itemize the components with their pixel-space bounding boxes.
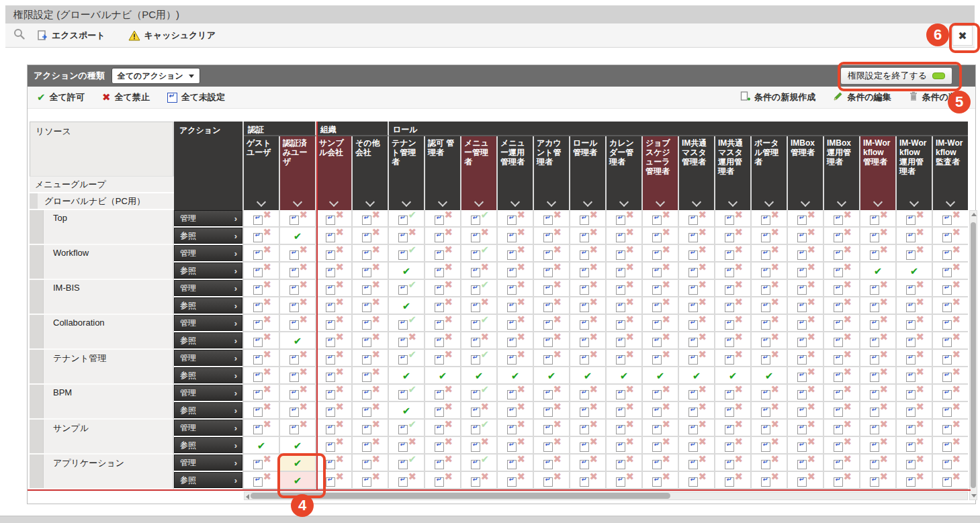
action-row-button[interactable]: 管理› [174,280,242,296]
permission-cell[interactable]: ✖ [679,385,715,402]
permission-cell[interactable]: ✖ [752,280,788,297]
permission-cell[interactable]: ✖ [897,402,933,420]
column-header[interactable]: 認可 管理者 [425,136,461,210]
permission-cell[interactable]: ✖ [824,367,860,385]
permission-cell[interactable]: ✖ [425,315,461,332]
permission-cell[interactable]: ✖ [607,228,643,245]
action-row-button[interactable]: 管理› [174,315,242,331]
permission-cell[interactable]: ✖ [607,263,643,280]
action-row-button[interactable]: 管理› [174,385,242,401]
permission-cell[interactable]: ✖ [570,385,607,402]
permission-cell[interactable]: ✖ [860,420,897,437]
permission-cell[interactable]: ✖ [280,297,316,315]
permission-cell[interactable]: ✖ [425,210,461,228]
permission-cell[interactable]: ✖ [534,245,570,263]
action-row-button[interactable]: 管理› [174,350,242,366]
column-header[interactable]: IM共通マスタ管理者 [679,136,715,210]
column-menu-chevron-icon[interactable] [402,197,411,207]
permission-cell[interactable]: ✖ [860,402,897,420]
permission-cell[interactable]: ✖ [679,263,715,280]
permission-cell[interactable]: ✖ [715,420,752,437]
permission-cell[interactable]: ✖ [679,245,715,263]
permission-cell[interactable]: ✖ [498,402,534,420]
cache-clear-button[interactable]: キャッシュクリア [128,30,216,42]
permission-cell[interactable]: ✖ [353,420,389,437]
permission-cell[interactable]: ✖ [461,437,498,455]
permission-cell[interactable]: ✖ [788,315,824,332]
column-header[interactable]: テナント管理者 [389,136,425,210]
permission-cell[interactable]: ✖ [824,210,860,228]
permission-cell[interactable]: ✖ [316,472,353,489]
vertical-scrollbar[interactable] [969,210,977,500]
permission-cell[interactable]: ✖ [824,350,860,367]
permission-cell[interactable]: ✖ [933,402,968,420]
permission-cell[interactable]: ✖ [498,437,534,455]
permission-cell[interactable]: ✔ [280,472,316,489]
permission-cell[interactable]: ✖ [715,210,752,228]
permission-cell[interactable]: ✖ [824,472,860,489]
permission-cell[interactable]: ✔ [280,437,316,455]
permission-cell[interactable]: ✖ [643,228,679,245]
permission-cell[interactable]: ✖ [715,332,752,350]
action-row-button[interactable]: 参照› [174,367,242,383]
permission-cell[interactable]: ✔ [389,420,425,437]
condition-edit-button[interactable]: 条件の編集 [833,91,891,104]
permission-cell[interactable]: ✖ [860,210,897,228]
permission-cell[interactable]: ✔ [679,367,715,385]
permission-cell[interactable]: ✖ [244,350,280,367]
permission-cell[interactable]: ✖ [897,245,933,263]
permission-cell[interactable]: ✖ [824,297,860,315]
permission-cell[interactable]: ✖ [679,332,715,350]
permission-cell[interactable]: ✖ [353,402,389,420]
permission-cell[interactable]: ✖ [860,385,897,402]
column-header[interactable]: IMBox管理者 [788,136,824,210]
action-row-button[interactable]: 参照› [174,437,242,453]
permission-cell[interactable]: ✔ [461,210,498,228]
permission-cell[interactable]: ✖ [498,228,534,245]
permission-cell[interactable]: ✖ [280,280,316,297]
column-menu-chevron-icon[interactable] [692,197,701,207]
permission-cell[interactable]: ✖ [752,245,788,263]
permission-cell[interactable]: ✖ [897,472,933,489]
permission-cell[interactable]: ✖ [715,315,752,332]
permission-cell[interactable]: ✔ [389,402,425,420]
permission-cell[interactable]: ✖ [534,402,570,420]
action-row-button[interactable]: 参照› [174,332,242,348]
permission-cell[interactable]: ✔ [389,350,425,367]
permission-cell[interactable]: ✖ [280,385,316,402]
permission-cell[interactable]: ✖ [534,263,570,280]
permission-cell[interactable]: ✖ [715,472,752,489]
permission-cell[interactable]: ✖ [643,402,679,420]
permission-cell[interactable]: ✔ [461,385,498,402]
permission-cell[interactable]: ✖ [679,455,715,472]
permission-cell[interactable]: ✖ [933,263,968,280]
permission-cell[interactable]: ✖ [316,245,353,263]
permission-cell[interactable]: ✖ [244,455,280,472]
permission-cell[interactable]: ✖ [353,437,389,455]
permission-cell[interactable]: ✖ [534,472,570,489]
permission-cell[interactable]: ✖ [752,472,788,489]
permission-cell[interactable]: ✔ [752,367,788,385]
permission-cell[interactable]: ✖ [607,472,643,489]
permission-cell[interactable]: ✖ [353,367,389,385]
permission-cell[interactable]: ✖ [860,367,897,385]
permission-cell[interactable]: ✖ [353,280,389,297]
permission-cell[interactable]: ✖ [280,263,316,280]
permission-cell[interactable]: ✖ [570,297,607,315]
permission-cell[interactable]: ✖ [679,297,715,315]
column-menu-chevron-icon[interactable] [293,197,302,207]
permission-cell[interactable]: ✖ [353,455,389,472]
permission-cell[interactable]: ✖ [353,245,389,263]
column-header[interactable]: メニュー管理者 [461,136,498,210]
permission-cell[interactable]: ✖ [461,228,498,245]
permission-cell[interactable]: ✖ [715,263,752,280]
vertical-scrollbar-thumb[interactable] [971,222,976,488]
permission-cell[interactable]: ✖ [316,420,353,437]
permission-cell[interactable]: ✖ [280,402,316,420]
action-type-select[interactable]: 全てのアクション [112,68,200,84]
permission-cell[interactable]: ✖ [752,455,788,472]
permission-cell[interactable]: ✖ [244,402,280,420]
permission-cell[interactable]: ✖ [752,315,788,332]
permission-cell[interactable]: ✖ [933,297,968,315]
permission-cell[interactable]: ✖ [389,332,425,350]
